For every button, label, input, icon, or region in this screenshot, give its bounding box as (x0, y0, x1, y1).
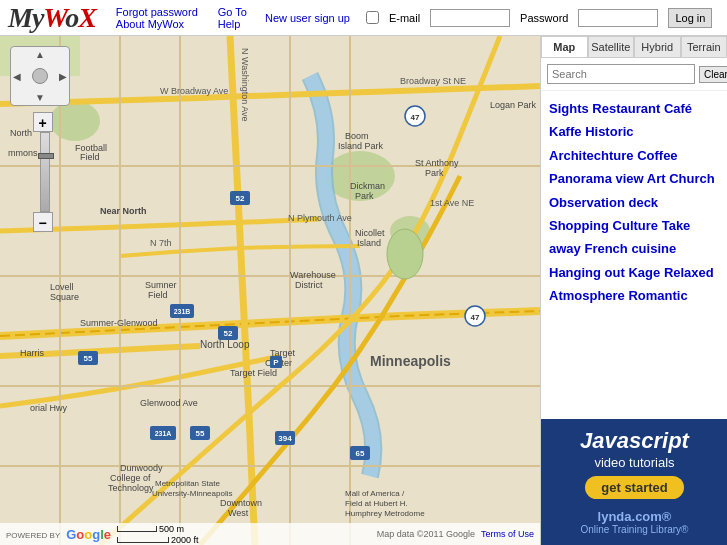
map-svg[interactable]: 52 55 52 47 47 231B 231A 55 394 65 W Bro… (0, 36, 540, 545)
svg-text:Lovell: Lovell (50, 282, 74, 292)
svg-text:394: 394 (278, 434, 292, 443)
svg-text:55: 55 (196, 429, 205, 438)
svg-text:65: 65 (356, 449, 365, 458)
category-shopping[interactable]: Shopping (549, 218, 609, 233)
svg-text:P: P (273, 358, 279, 367)
svg-text:231B: 231B (174, 308, 191, 315)
category-french-cuisine[interactable]: French cuisine (584, 241, 676, 256)
category-culture[interactable]: Culture (613, 218, 659, 233)
svg-text:231A: 231A (155, 430, 172, 437)
category-relaxed[interactable]: Relaxed (664, 265, 714, 280)
category-hanging-out[interactable]: Hanging out (549, 265, 625, 280)
map-controls: ▲ ▼ ◀ ▶ + − (10, 46, 70, 232)
svg-text:Humphrey Metrodome: Humphrey Metrodome (345, 509, 425, 518)
svg-text:Logan Park: Logan Park (490, 100, 537, 110)
svg-text:Dickman: Dickman (350, 181, 385, 191)
category-art[interactable]: Art (647, 171, 666, 186)
svg-text:Glenwood Ave: Glenwood Ave (140, 398, 198, 408)
pan-left-button[interactable]: ◀ (13, 71, 21, 82)
svg-text:Downtown: Downtown (220, 498, 262, 508)
category-historic[interactable]: Historic (585, 124, 633, 139)
ad-tagline: Online Training Library® (549, 524, 720, 535)
zoom-out-button[interactable]: − (33, 212, 53, 232)
svg-text:1st Ave NE: 1st Ave NE (430, 198, 474, 208)
category-romantic[interactable]: Romantic (628, 288, 687, 303)
category-sights[interactable]: Sights (549, 101, 589, 116)
ad-title-line1: Javascript (549, 429, 720, 453)
zoom-slider[interactable] (40, 132, 50, 212)
category-architechture[interactable]: Architechture (549, 148, 634, 163)
svg-text:Summer-Glenwood: Summer-Glenwood (80, 318, 158, 328)
clear-search-button[interactable]: Clear search (699, 66, 727, 83)
svg-text:Metropolitan State: Metropolitan State (155, 479, 220, 488)
login-button[interactable]: Log in (668, 8, 712, 28)
svg-text:Minneapolis: Minneapolis (370, 353, 451, 369)
email-checkbox[interactable] (366, 11, 379, 24)
category-kaffe[interactable]: Kaffe (549, 124, 582, 139)
svg-text:College of: College of (110, 473, 151, 483)
svg-text:Boom: Boom (345, 131, 369, 141)
header: MyWoX Forgot password About MyWox Go To … (0, 0, 727, 36)
password-label: Password (520, 12, 568, 24)
about-link[interactable]: About MyWox (116, 18, 198, 30)
new-user-link[interactable]: New user sign up (265, 12, 350, 24)
category-restaurant[interactable]: Restaurant (592, 101, 660, 116)
email-input[interactable] (430, 9, 510, 27)
svg-text:orial Hwy: orial Hwy (30, 403, 68, 413)
category-observation[interactable]: Observation deck (549, 195, 658, 210)
svg-text:Broadway St NE: Broadway St NE (400, 76, 466, 86)
svg-text:Near North: Near North (100, 206, 147, 216)
goto-link[interactable]: Go To (218, 6, 247, 18)
forgot-password-link[interactable]: Forgot password (116, 6, 198, 18)
map-container: 52 55 52 47 47 231B 231A 55 394 65 W Bro… (0, 36, 727, 545)
pan-up-button[interactable]: ▲ (35, 49, 45, 60)
svg-text:Harris: Harris (20, 348, 44, 358)
category-atmosphere[interactable]: Atmosphere (549, 288, 625, 303)
email-label: E-mail (389, 12, 420, 24)
svg-text:Warehouse: Warehouse (290, 270, 336, 280)
svg-text:Nicollet: Nicollet (355, 228, 385, 238)
svg-text:West: West (228, 508, 249, 518)
zoom-in-button[interactable]: + (33, 112, 53, 132)
password-input[interactable] (578, 9, 658, 27)
search-input[interactable] (547, 64, 695, 84)
pan-right-button[interactable]: ▶ (59, 71, 67, 82)
svg-text:47: 47 (471, 313, 480, 322)
svg-text:Technology: Technology (108, 483, 154, 493)
powered-by: POWERED BY (6, 529, 60, 540)
zoom-handle[interactable] (38, 153, 54, 159)
svg-text:Sumner: Sumner (145, 280, 177, 290)
tab-hybrid[interactable]: Hybrid (634, 36, 681, 57)
scale-bar: 500 m 2000 ft (117, 524, 199, 545)
terms-link[interactable]: Terms of Use (481, 529, 534, 539)
svg-text:N 7th: N 7th (150, 238, 172, 248)
svg-text:Park: Park (355, 191, 374, 201)
svg-text:Mall of America /: Mall of America / (345, 489, 405, 498)
category-church[interactable]: Church (669, 171, 715, 186)
map-type-tabs: Map Satellite Hybrid Terrain (541, 36, 727, 58)
category-cafe[interactable]: Café (664, 101, 692, 116)
help-link[interactable]: Help (218, 18, 247, 30)
svg-point-34 (387, 229, 423, 279)
powered-by-text: POWERED BY (6, 531, 60, 540)
svg-text:University-Minneapolis: University-Minneapolis (152, 489, 232, 498)
category-kage[interactable]: Kage (628, 265, 660, 280)
category-coffee[interactable]: Coffee (637, 148, 677, 163)
category-panorama[interactable]: Panorama view (549, 171, 644, 186)
map-bottom-bar: POWERED BY Google 500 m 2000 ft Map data… (0, 523, 540, 545)
ad-cta-button[interactable]: get started (585, 476, 683, 499)
svg-text:N Plymouth Ave: N Plymouth Ave (288, 213, 352, 223)
svg-text:47: 47 (411, 113, 420, 122)
nav-links: Forgot password About MyWox (116, 6, 198, 30)
navigation-control[interactable]: ▲ ▼ ◀ ▶ (10, 46, 70, 106)
logo[interactable]: MyWoX (8, 2, 96, 34)
tab-map[interactable]: Map (541, 36, 588, 57)
svg-text:52: 52 (236, 194, 245, 203)
svg-text:Field: Field (148, 290, 168, 300)
ad-brand: lynda.com® (549, 509, 720, 524)
tab-terrain[interactable]: Terrain (681, 36, 728, 57)
svg-text:Square: Square (50, 292, 79, 302)
pan-center-button[interactable] (32, 68, 48, 84)
tab-satellite[interactable]: Satellite (588, 36, 635, 57)
pan-down-button[interactable]: ▼ (35, 92, 45, 103)
